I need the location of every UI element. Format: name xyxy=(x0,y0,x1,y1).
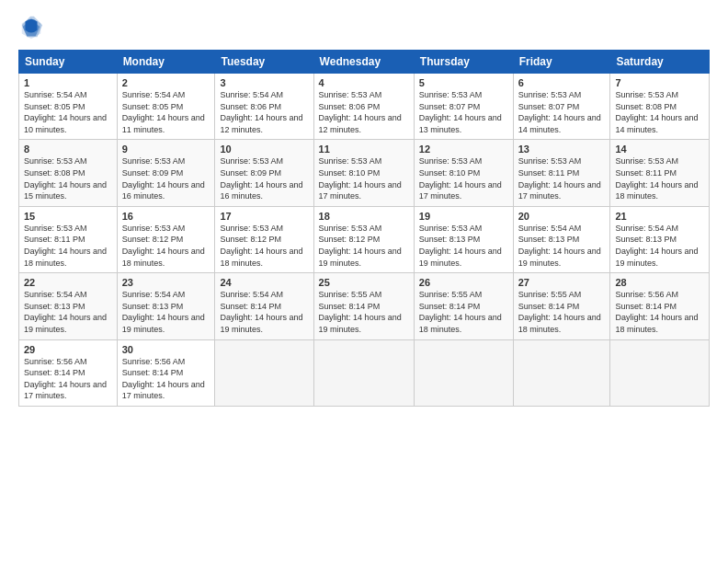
day-info: Sunrise: 5:53 AMSunset: 8:07 PMDaylight:… xyxy=(518,89,606,135)
calendar-cell: 29Sunrise: 5:56 AMSunset: 8:14 PMDayligh… xyxy=(19,339,118,406)
calendar-cell xyxy=(313,339,414,406)
day-number: 16 xyxy=(122,211,210,222)
calendar-cell: 28Sunrise: 5:56 AMSunset: 8:14 PMDayligh… xyxy=(610,273,710,339)
day-number: 13 xyxy=(518,144,606,155)
day-info: Sunrise: 5:53 AMSunset: 8:11 PMDaylight:… xyxy=(615,155,704,201)
page-header xyxy=(18,15,710,40)
logo xyxy=(18,15,48,40)
day-info: Sunrise: 5:54 AMSunset: 8:06 PMDaylight:… xyxy=(220,89,308,135)
day-info: Sunrise: 5:56 AMSunset: 8:14 PMDaylight:… xyxy=(24,356,112,402)
calendar-cell: 11Sunrise: 5:53 AMSunset: 8:10 PMDayligh… xyxy=(313,140,414,206)
day-number: 17 xyxy=(220,211,308,222)
calendar-cell: 23Sunrise: 5:54 AMSunset: 8:13 PMDayligh… xyxy=(117,273,215,339)
calendar-cell: 16Sunrise: 5:53 AMSunset: 8:12 PMDayligh… xyxy=(117,206,215,272)
calendar-header-row: SundayMondayTuesdayWednesdayThursdayFrid… xyxy=(19,51,710,74)
day-number: 3 xyxy=(220,77,308,88)
day-info: Sunrise: 5:56 AMSunset: 8:14 PMDaylight:… xyxy=(615,289,704,335)
day-number: 26 xyxy=(419,277,508,288)
day-info: Sunrise: 5:53 AMSunset: 8:07 PMDaylight:… xyxy=(419,89,508,135)
day-info: Sunrise: 5:54 AMSunset: 8:13 PMDaylight:… xyxy=(518,223,606,269)
day-info: Sunrise: 5:53 AMSunset: 8:08 PMDaylight:… xyxy=(615,89,704,135)
day-number: 29 xyxy=(24,344,112,355)
day-info: Sunrise: 5:53 AMSunset: 8:08 PMDaylight:… xyxy=(24,155,112,201)
day-number: 18 xyxy=(319,211,409,222)
day-info: Sunrise: 5:54 AMSunset: 8:05 PMDaylight:… xyxy=(122,89,210,135)
calendar-cell: 21Sunrise: 5:54 AMSunset: 8:13 PMDayligh… xyxy=(610,206,710,272)
calendar-cell: 1Sunrise: 5:54 AMSunset: 8:05 PMDaylight… xyxy=(19,74,118,140)
calendar-cell: 8Sunrise: 5:53 AMSunset: 8:08 PMDaylight… xyxy=(19,140,118,206)
day-info: Sunrise: 5:55 AMSunset: 8:14 PMDaylight:… xyxy=(419,289,508,335)
calendar-week-2: 8Sunrise: 5:53 AMSunset: 8:08 PMDaylight… xyxy=(19,140,710,206)
calendar-cell: 10Sunrise: 5:53 AMSunset: 8:09 PMDayligh… xyxy=(215,140,313,206)
day-info: Sunrise: 5:53 AMSunset: 8:09 PMDaylight:… xyxy=(220,155,308,201)
day-info: Sunrise: 5:54 AMSunset: 8:14 PMDaylight:… xyxy=(220,289,308,335)
calendar-cell: 22Sunrise: 5:54 AMSunset: 8:13 PMDayligh… xyxy=(19,273,118,339)
calendar-cell: 13Sunrise: 5:53 AMSunset: 8:11 PMDayligh… xyxy=(513,140,610,206)
calendar-cell: 18Sunrise: 5:53 AMSunset: 8:12 PMDayligh… xyxy=(313,206,414,272)
day-number: 6 xyxy=(518,77,606,88)
calendar-cell: 20Sunrise: 5:54 AMSunset: 8:13 PMDayligh… xyxy=(513,206,610,272)
day-number: 11 xyxy=(319,144,409,155)
day-number: 14 xyxy=(615,144,704,155)
day-info: Sunrise: 5:53 AMSunset: 8:12 PMDaylight:… xyxy=(220,223,308,269)
day-number: 20 xyxy=(518,211,606,222)
calendar-cell: 15Sunrise: 5:53 AMSunset: 8:11 PMDayligh… xyxy=(19,206,118,272)
weekday-header-wednesday: Wednesday xyxy=(313,51,414,74)
day-info: Sunrise: 5:54 AMSunset: 8:13 PMDaylight:… xyxy=(122,289,210,335)
calendar-cell xyxy=(414,339,513,406)
calendar-week-3: 15Sunrise: 5:53 AMSunset: 8:11 PMDayligh… xyxy=(19,206,710,272)
calendar-cell: 27Sunrise: 5:55 AMSunset: 8:14 PMDayligh… xyxy=(513,273,610,339)
day-number: 7 xyxy=(615,77,704,88)
calendar-cell: 14Sunrise: 5:53 AMSunset: 8:11 PMDayligh… xyxy=(610,140,710,206)
day-info: Sunrise: 5:53 AMSunset: 8:12 PMDaylight:… xyxy=(319,223,409,269)
day-info: Sunrise: 5:53 AMSunset: 8:13 PMDaylight:… xyxy=(419,223,508,269)
day-info: Sunrise: 5:55 AMSunset: 8:14 PMDaylight:… xyxy=(319,289,409,335)
calendar-week-1: 1Sunrise: 5:54 AMSunset: 8:05 PMDaylight… xyxy=(19,74,710,140)
calendar-week-5: 29Sunrise: 5:56 AMSunset: 8:14 PMDayligh… xyxy=(19,339,710,406)
day-info: Sunrise: 5:53 AMSunset: 8:06 PMDaylight:… xyxy=(319,89,409,135)
calendar-cell: 5Sunrise: 5:53 AMSunset: 8:07 PMDaylight… xyxy=(414,74,513,140)
calendar-cell: 25Sunrise: 5:55 AMSunset: 8:14 PMDayligh… xyxy=(313,273,414,339)
day-info: Sunrise: 5:53 AMSunset: 8:11 PMDaylight:… xyxy=(24,223,112,269)
weekday-header-sunday: Sunday xyxy=(19,51,118,74)
day-info: Sunrise: 5:53 AMSunset: 8:10 PMDaylight:… xyxy=(419,155,508,201)
day-info: Sunrise: 5:54 AMSunset: 8:13 PMDaylight:… xyxy=(24,289,112,335)
day-number: 24 xyxy=(220,277,308,288)
day-number: 23 xyxy=(122,277,210,288)
day-info: Sunrise: 5:55 AMSunset: 8:14 PMDaylight:… xyxy=(518,289,606,335)
calendar-week-4: 22Sunrise: 5:54 AMSunset: 8:13 PMDayligh… xyxy=(19,273,710,339)
day-number: 10 xyxy=(220,144,308,155)
calendar-cell: 3Sunrise: 5:54 AMSunset: 8:06 PMDaylight… xyxy=(215,74,313,140)
day-number: 8 xyxy=(24,144,112,155)
calendar-cell: 26Sunrise: 5:55 AMSunset: 8:14 PMDayligh… xyxy=(414,273,513,339)
day-info: Sunrise: 5:53 AMSunset: 8:11 PMDaylight:… xyxy=(518,155,606,201)
day-number: 12 xyxy=(419,144,508,155)
day-number: 30 xyxy=(122,344,210,355)
day-number: 15 xyxy=(24,211,112,222)
calendar-cell: 19Sunrise: 5:53 AMSunset: 8:13 PMDayligh… xyxy=(414,206,513,272)
day-info: Sunrise: 5:56 AMSunset: 8:14 PMDaylight:… xyxy=(122,356,210,402)
day-info: Sunrise: 5:53 AMSunset: 8:12 PMDaylight:… xyxy=(122,223,210,269)
calendar-cell: 9Sunrise: 5:53 AMSunset: 8:09 PMDaylight… xyxy=(117,140,215,206)
day-info: Sunrise: 5:54 AMSunset: 8:13 PMDaylight:… xyxy=(615,223,704,269)
day-number: 27 xyxy=(518,277,606,288)
day-number: 9 xyxy=(122,144,210,155)
day-info: Sunrise: 5:53 AMSunset: 8:09 PMDaylight:… xyxy=(122,155,210,201)
calendar-cell xyxy=(513,339,610,406)
day-number: 19 xyxy=(419,211,508,222)
calendar-cell: 30Sunrise: 5:56 AMSunset: 8:14 PMDayligh… xyxy=(117,339,215,406)
calendar-cell: 7Sunrise: 5:53 AMSunset: 8:08 PMDaylight… xyxy=(610,74,710,140)
calendar-cell: 24Sunrise: 5:54 AMSunset: 8:14 PMDayligh… xyxy=(215,273,313,339)
weekday-header-saturday: Saturday xyxy=(610,51,710,74)
calendar-table: SundayMondayTuesdayWednesdayThursdayFrid… xyxy=(18,50,710,407)
day-number: 2 xyxy=(122,77,210,88)
day-number: 22 xyxy=(24,277,112,288)
day-number: 28 xyxy=(615,277,704,288)
calendar-cell: 12Sunrise: 5:53 AMSunset: 8:10 PMDayligh… xyxy=(414,140,513,206)
logo-icon xyxy=(18,15,44,40)
calendar-cell: 17Sunrise: 5:53 AMSunset: 8:12 PMDayligh… xyxy=(215,206,313,272)
weekday-header-thursday: Thursday xyxy=(414,51,513,74)
weekday-header-friday: Friday xyxy=(513,51,610,74)
day-number: 1 xyxy=(24,77,112,88)
day-number: 21 xyxy=(615,211,704,222)
